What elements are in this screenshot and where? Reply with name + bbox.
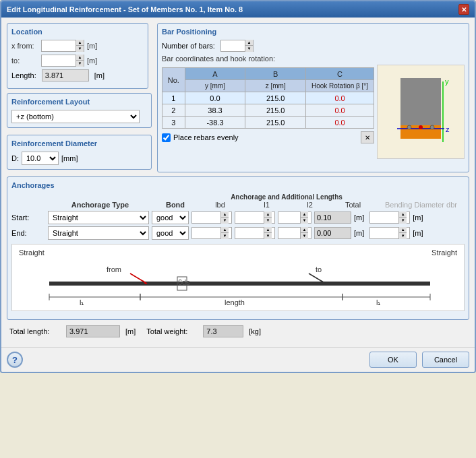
table-row[interactable]: 3 -38.3 215.0 0.0 [162,117,374,129]
num-bars-label: Number of bars: [162,42,215,50]
place-evenly-checkbox[interactable] [162,133,171,142]
start-lbd-down[interactable]: ▼ [220,218,229,224]
y-axis-label: y [445,77,449,86]
x-from-up[interactable]: ▲ [76,40,84,46]
bar-table-body: 1 0.0 215.0 0.0 2 38.3 215.0 0.0 [162,92,374,129]
end-l2-up[interactable]: ▲ [300,227,308,233]
x-from-label: x from: [11,42,38,50]
start-label: Start: [11,214,45,222]
start-l1-input[interactable]: 0.10 [235,212,264,223]
total-length-row: Total length: 3.971 [m] [9,325,136,337]
num-bars-down[interactable]: ▼ [245,46,253,52]
end-l1-input[interactable]: 0.00 [235,228,264,238]
footer: ? OK Cancel [1,347,475,372]
start-l2-down[interactable]: ▼ [300,218,308,224]
start-bending-input[interactable] [370,212,398,223]
end-l1-up[interactable]: ▲ [264,227,272,233]
col-no-header: No. [162,68,185,92]
end-lbd-up[interactable]: ▲ [220,227,229,233]
x-from-input[interactable]: 16.03 [42,40,76,51]
end-l2-down[interactable]: ▼ [300,233,308,239]
diagram-start-label: Straight [19,249,44,257]
end-l1-down[interactable]: ▼ [264,233,272,239]
end-type-select[interactable]: Straight [48,226,149,240]
bar-coords-label: Bar coordinates and hook rotation: [162,55,465,63]
l1-header: l1 [245,201,289,209]
end-bending-up[interactable]: ▲ [398,227,407,233]
x-to-up[interactable]: ▲ [76,55,84,61]
end-bending-down[interactable]: ▼ [398,233,407,239]
end-lbd-input[interactable]: 0.10 [192,228,220,238]
window-title: Edit Longitudinal Reinforcement - Set of… [7,5,243,13]
diagram-end-label: Straight [432,249,457,257]
total-weight-value: 7.3 [206,327,216,335]
end-bending-spinner[interactable]: ▲ ▼ [369,227,410,239]
layout-select[interactable]: +z (bottom) [11,110,140,123]
start-bending-spinner[interactable]: ▲ ▼ [369,211,410,224]
bar-positioning-title: Bar Positioning [162,28,465,36]
cancel-button[interactable]: Cancel [422,352,469,368]
total-length-value: 3.971 [69,327,88,335]
col-z-sub: z [mm] [245,80,306,92]
num-bars-spinner[interactable]: 3 ▲ ▼ [220,40,254,52]
total-weight-value-box: 7.3 [203,325,243,337]
end-bond-select[interactable]: good [152,226,189,240]
bending-header: Bending Diameter dbr [378,201,465,209]
num-bars-input[interactable]: 3 [221,40,245,51]
start-lbd-up[interactable]: ▲ [220,211,229,218]
ok-button[interactable]: OK [369,352,417,368]
start-l1-up[interactable]: ▲ [264,211,272,218]
table-row[interactable]: 1 0.0 215.0 0.0 [162,92,374,104]
clear-button[interactable]: ✕ [361,131,374,143]
end-lbd-spinner[interactable]: 0.10 ▲ ▼ [191,227,232,239]
x-to-row: to: 19.90 ▲ ▼ [m] [11,55,144,67]
total-length-value-box: 3.971 [66,325,120,337]
anchorage-title: Anchorages [11,181,465,189]
end-l2-spinner[interactable]: ▲ ▼ [278,227,311,239]
start-bending-up[interactable]: ▲ [398,211,407,218]
close-button[interactable]: ✕ [458,4,469,15]
row3-no: 3 [162,117,185,129]
num-bars-btns: ▲ ▼ [245,40,253,52]
total-length-unit: [m] [125,327,136,335]
start-l1-spinner[interactable]: 0.10 ▲ ▼ [235,211,275,224]
top-section: Location x from: 16.03 ▲ ▼ [m] [7,23,469,172]
anc-lengths-header: Anchorage and Additional Lengths lbd l1 … [198,193,375,209]
end-l1-spinner[interactable]: 0.00 ▲ ▼ [235,227,275,239]
x-to-input[interactable]: 19.90 [42,55,76,66]
end-l2-input[interactable] [278,228,300,238]
x-from-down[interactable]: ▼ [76,46,84,52]
x-to-down[interactable]: ▼ [76,61,84,67]
diameter-title: Reinforcement Diameter [11,139,147,148]
start-bond-select[interactable]: good [152,211,189,224]
start-l2-up[interactable]: ▲ [300,211,308,218]
end-bending-input[interactable] [370,228,398,238]
rebar-left [407,125,411,129]
row2-y: 38.3 [185,104,245,117]
to-label: to [316,265,322,273]
row1-z: 215.0 [245,92,306,104]
table-row[interactable]: 2 38.3 215.0 0.0 [162,104,374,117]
start-lbd-input[interactable]: 0.10 [192,212,220,223]
start-lbd-spinner[interactable]: 0.10 ▲ ▼ [191,211,232,224]
help-button[interactable]: ? [7,352,23,368]
length-label: length [225,298,245,306]
row3-hook: 0.0 [306,117,374,129]
num-bars-up[interactable]: ▲ [245,40,253,46]
start-bending-down[interactable]: ▼ [398,218,407,224]
end-bending-unit: [m] [413,229,423,237]
x-from-spinner[interactable]: 16.03 ▲ ▼ [41,40,84,52]
x-to-spinner[interactable]: 19.90 ▲ ▼ [41,55,84,67]
start-type-select[interactable]: Straight [48,211,149,224]
reinforcement-layout-panel: Reinforcement Layout +z (bottom) [7,93,152,128]
end-lbd-down[interactable]: ▼ [220,233,229,239]
diameter-select[interactable]: 10.0 [22,152,59,165]
location-title: Location [11,28,144,36]
diameter-row: D: 10.0 [mm] [11,152,147,165]
start-l2-spinner[interactable]: ▲ ▼ [278,211,311,224]
row1-y: 0.0 [185,92,245,104]
row3-y: -38.3 [185,117,245,129]
start-l1-down[interactable]: ▼ [264,218,272,224]
col-y-sub: y [mm] [185,80,245,92]
start-l2-input[interactable] [278,212,300,223]
